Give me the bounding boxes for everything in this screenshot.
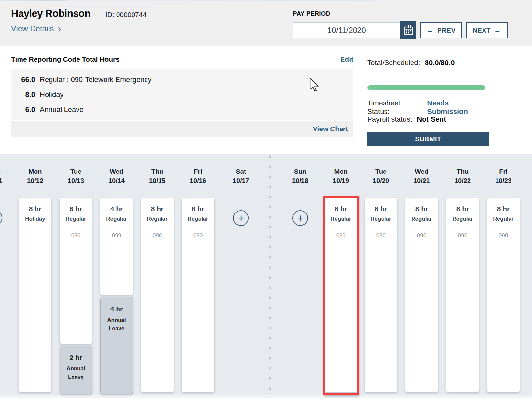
prev-pay-period-button[interactable]: ← PREV [420, 22, 462, 38]
card-divider [457, 228, 468, 228]
card-divider [416, 228, 427, 228]
employee-name: Hayley Robinson [11, 8, 91, 20]
calendar-bottom-strip [0, 395, 532, 398]
day-column-header-fri-10-23: Fri10/23 [487, 167, 520, 185]
edit-link[interactable]: Edit [340, 55, 353, 63]
leave-entry-card-tue-10-13[interactable]: 2 hrAnnual Leave [60, 346, 92, 394]
time-entry-card-wed-10-14[interactable]: 4 hrRegular090 [100, 198, 133, 295]
trc-label: Holiday [40, 90, 63, 99]
panel-footer: View Chart [11, 121, 353, 137]
pay-period-label: PAY PERIOD [293, 10, 508, 17]
time-reporting-code: 090 [487, 232, 520, 239]
view-details-link[interactable]: View Details › [11, 24, 147, 33]
day-column-header-mon-10-19: Mon10/19 [325, 167, 357, 185]
card-divider [70, 228, 81, 228]
time-entry-card-mon-10-12[interactable]: 8 hrHoliday [19, 198, 51, 392]
day-column-header-sat-10-17: Sat10/17 [225, 167, 257, 185]
time-reporting-code: 090 [141, 232, 174, 239]
trc-hours: 6.0 [11, 105, 35, 114]
time-entry-card-fri-10-23[interactable]: 8 hrRegular090 [487, 198, 520, 392]
time-reporting-code: 090 [446, 232, 479, 239]
hours-progress-bar [367, 85, 485, 90]
card-divider [335, 228, 346, 228]
time-entry-card-thu-10-15[interactable]: 8 hrRegular090 [141, 198, 174, 392]
total-scheduled-label: Total/Scheduled: [367, 59, 420, 67]
day-column-header-thu-10-15: Thu10/15 [141, 167, 174, 185]
time-reporting-panel: 66.0 Regular : 090-Telework Emergency 8.… [11, 69, 353, 120]
add-entry-button-sat-10-17[interactable]: + [233, 210, 249, 226]
trc-row: 66.0 Regular : 090-Telework Emergency [11, 75, 353, 90]
day-column-fri-10-16: 8 hrRegular090 [182, 198, 214, 394]
total-scheduled-value: 80.0/80.0 [425, 59, 455, 67]
day-column-sun-10-11: + [0, 198, 11, 394]
chevron-right-icon: › [58, 23, 61, 34]
view-chart-link[interactable]: View Chart [313, 125, 348, 133]
payroll-status-label: Payroll status: [367, 115, 412, 124]
time-entry-card-wed-10-21[interactable]: 8 hrRegular090 [405, 198, 438, 392]
view-details-label: View Details [11, 24, 54, 33]
day-column-sat-10-17: + [225, 198, 257, 394]
day-column-sun-10-18: + [284, 198, 316, 394]
employee-block: Hayley Robinson ID: 00000744 View Detail… [11, 8, 147, 33]
calendar-picker-button[interactable] [400, 21, 416, 39]
time-entry-card-tue-10-20[interactable]: 8 hrRegular090 [365, 198, 397, 392]
add-entry-button-sun-10-18[interactable]: + [292, 210, 308, 226]
calendar-grid: Sun10/11+Mon10/128 hrHolidayTue10/136 hr… [0, 154, 532, 398]
day-column-header-thu-10-22: Thu10/22 [446, 167, 479, 185]
day-column-tue-10-20: 8 hrRegular090 [365, 198, 397, 394]
day-column-header-sun-10-18: Sun10/18 [284, 167, 316, 185]
day-column-header-wed-10-14: Wed10/14 [100, 167, 133, 185]
calendar-icon [403, 25, 413, 35]
day-column-header-wed-10-21: Wed10/21 [405, 167, 438, 185]
next-label: NEXT [473, 27, 491, 34]
trc-hours: 8.0 [11, 90, 35, 99]
week-divider [269, 155, 271, 398]
time-reporting-code: 090 [325, 232, 357, 239]
day-column-header-tue-10-20: Tue10/20 [365, 167, 397, 185]
time-reporting-code: 090 [60, 232, 92, 239]
time-entry-card-tue-10-13[interactable]: 6 hrRegular090 [60, 198, 92, 344]
card-divider [152, 228, 163, 228]
timesheet-status-label: Timesheet Status: [367, 99, 423, 116]
card-divider [498, 228, 509, 228]
pay-period-block: PAY PERIOD ← [293, 10, 508, 39]
time-entry-card-mon-10-19[interactable]: 8 hrRegular090 [325, 198, 357, 392]
trc-label: Annual Leave [40, 105, 84, 114]
time-reporting-code: 090 [100, 232, 133, 239]
time-entry-card-thu-10-22[interactable]: 8 hrRegular090 [446, 198, 479, 392]
day-column-fri-10-23: 8 hrRegular090 [487, 198, 520, 394]
employee-id: ID: 00000744 [105, 11, 147, 19]
time-reporting-code: 090 [182, 232, 214, 239]
day-column-thu-10-15: 8 hrRegular090 [141, 198, 174, 394]
card-divider [192, 228, 203, 228]
right-arrow-icon: → [494, 26, 501, 34]
trc-row: 6.0 Annual Leave [11, 105, 353, 120]
trc-row: 8.0 Holiday [11, 90, 353, 105]
leave-entry-card-wed-10-14[interactable]: 4 hrAnnual Leave [100, 297, 133, 394]
day-column-header-mon-10-12: Mon10/12 [19, 167, 51, 185]
day-column-header-fri-10-16: Fri10/16 [182, 167, 214, 185]
payroll-status-value: Not Sent [417, 115, 446, 124]
summary-section: Time Reporting Code Total Hours Edit 66.… [0, 46, 532, 154]
app-header: Hayley Robinson ID: 00000744 View Detail… [0, 1, 532, 46]
time-entry-card-fri-10-16[interactable]: 8 hrRegular090 [182, 198, 214, 392]
day-column-tue-10-13: 6 hrRegular0902 hrAnnual Leave [60, 198, 92, 394]
card-divider [375, 228, 386, 228]
day-column-mon-10-12: 8 hrHoliday [19, 198, 51, 394]
trc-hours: 66.0 [11, 75, 35, 84]
day-column-thu-10-22: 8 hrRegular090 [446, 198, 479, 394]
time-reporting-code: 090 [405, 232, 438, 239]
next-pay-period-button[interactable]: NEXT → [466, 22, 508, 38]
prev-label: PREV [437, 27, 455, 34]
timesheet-status-value: Needs Submission [427, 99, 489, 116]
day-column-mon-10-19: 8 hrRegular090 [325, 198, 357, 394]
day-column-header-sun-10-11: Sun10/11 [0, 167, 11, 185]
add-entry-button-sun-10-11[interactable]: + [0, 210, 2, 226]
pay-period-date-input[interactable] [293, 22, 400, 38]
submit-button[interactable]: SUBMIT [367, 132, 489, 146]
day-column-wed-10-21: 8 hrRegular090 [405, 198, 438, 394]
status-panel: Total/Scheduled: 80.0/80.0 Timesheet Sta… [367, 59, 489, 67]
day-column-wed-10-14: 4 hrRegular0904 hrAnnual Leave [100, 198, 133, 394]
summary-title: Time Reporting Code Total Hours [11, 55, 119, 63]
day-column-header-tue-10-13: Tue10/13 [60, 167, 92, 185]
